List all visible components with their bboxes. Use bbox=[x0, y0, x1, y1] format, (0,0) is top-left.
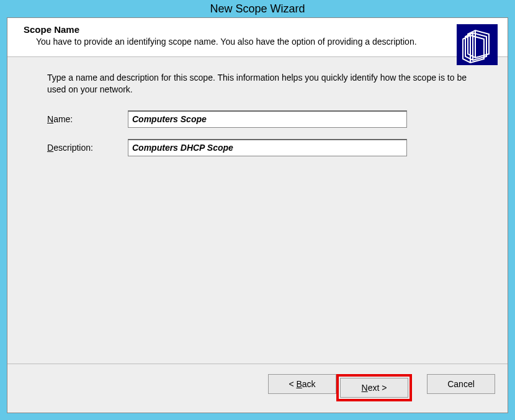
header-subtitle: You have to provide an identifying scope… bbox=[36, 36, 454, 48]
window-title: New Scope Wizard bbox=[210, 2, 305, 16]
wizard-window: New Scope Wizard Scope Name You have to … bbox=[0, 0, 515, 420]
wizard-content: Type a name and description for this sco… bbox=[7, 57, 508, 364]
cancel-button[interactable]: Cancel bbox=[427, 374, 495, 394]
nav-button-group: < Back Next > bbox=[268, 374, 412, 401]
wizard-body: Scope Name You have to provide an identi… bbox=[7, 17, 508, 413]
header-text: Scope Name You have to provide an identi… bbox=[24, 24, 498, 48]
folder-icon bbox=[457, 24, 498, 65]
name-input[interactable] bbox=[128, 110, 407, 128]
wizard-header: Scope Name You have to provide an identi… bbox=[7, 18, 508, 57]
back-button[interactable]: < Back bbox=[268, 374, 336, 394]
description-row: Description: bbox=[47, 139, 468, 156]
name-row: Name: bbox=[47, 110, 468, 128]
titlebar: New Scope Wizard bbox=[0, 0, 515, 17]
content-intro: Type a name and description for this sco… bbox=[47, 72, 468, 96]
description-label: Description: bbox=[47, 143, 128, 153]
description-input[interactable] bbox=[128, 139, 407, 156]
next-button[interactable]: Next > bbox=[340, 378, 408, 398]
header-title: Scope Name bbox=[24, 24, 454, 35]
wizard-footer: < Back Next > Cancel bbox=[7, 364, 508, 413]
name-label: Name: bbox=[47, 114, 128, 124]
next-highlight: Next > bbox=[336, 374, 412, 401]
